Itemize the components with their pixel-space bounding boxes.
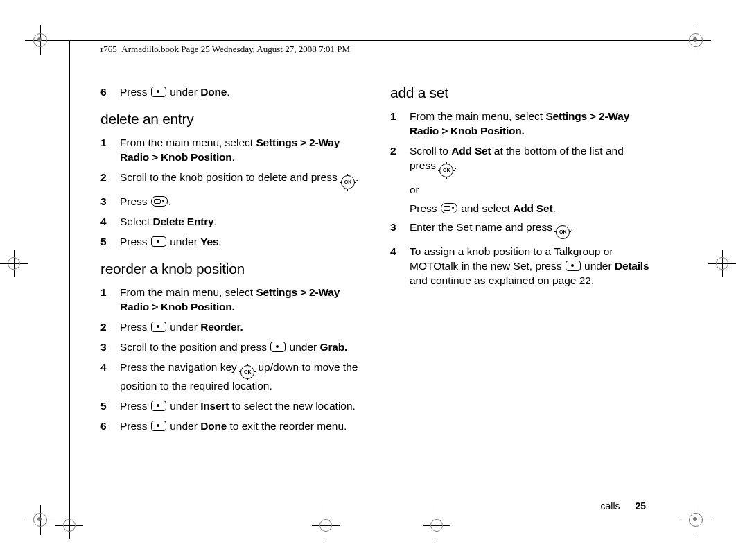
addset-step-3: 3 Enter the Set name and press . (390, 220, 649, 239)
softkey-icon (151, 236, 166, 247)
page-number: 25 (635, 500, 646, 511)
step-body: Press under Insert to select the new loc… (120, 399, 360, 414)
reorder-step-5: 5 Press under Insert to select the new l… (100, 399, 360, 414)
step-number: 2 (390, 144, 410, 177)
step-number: 3 (100, 340, 120, 355)
heading-add-set: add a set (390, 83, 649, 103)
reorder-step-6: 6 Press under Done to exit the reorder m… (100, 419, 360, 434)
text: Enter the Set name and press (410, 221, 555, 233)
step-number: 4 (100, 360, 120, 394)
step-number: 3 (100, 195, 120, 209)
crop-mark-right (708, 250, 736, 277)
reorder-step-4: 4 Press the navigation key up/down to mo… (100, 360, 360, 394)
text: Press the navigation key (120, 361, 240, 373)
step-body: From the main menu, select Settings > 2-… (410, 110, 649, 139)
page-content: 6 Press under Done. delete an entry 1 Fr… (100, 83, 649, 498)
step-number: 6 (100, 419, 120, 434)
text: to select the new location. (229, 400, 356, 412)
step-body: To assign a knob position to a Talkgroup… (410, 245, 649, 288)
crop-mark-bottom-left (25, 505, 55, 535)
text: under (167, 236, 200, 247)
softkey-icon (151, 87, 166, 97)
addset-step-2-or: or (410, 183, 649, 198)
ok-key-icon (240, 365, 254, 379)
text: . (570, 221, 573, 233)
text: From the main menu, select (410, 110, 545, 122)
addset-step-4: 4 To assign a knob position to a Talkgro… (390, 245, 649, 288)
text: under (167, 86, 200, 98)
bold-text: Delete Entry (152, 216, 213, 227)
page-footer: calls 25 (601, 500, 646, 513)
text: . (552, 202, 555, 214)
reorder-step-3: 3 Scroll to the position and press under… (100, 340, 360, 355)
softkey-icon (151, 421, 166, 431)
step-number: 1 (100, 286, 120, 315)
step-body: Press under Done. (120, 85, 360, 100)
text: Press (120, 195, 150, 207)
step-number: 2 (100, 170, 120, 189)
delete-step-5: 5 Press under Yes. (100, 235, 360, 250)
bold-text: Insert (200, 400, 229, 412)
delete-step-3: 3 Press . (100, 195, 360, 209)
step-body: Press . (120, 195, 360, 209)
step-body: Press under Yes. (120, 235, 360, 250)
bold-text: Add Set (451, 145, 491, 157)
text: Press (120, 420, 150, 432)
text: . (218, 236, 221, 247)
text: under (167, 321, 200, 333)
text: Press (410, 202, 440, 214)
step-number: 2 (100, 320, 120, 335)
text: Press (120, 236, 150, 247)
text: Press (120, 321, 150, 333)
text: . (232, 151, 235, 163)
ok-key-icon (439, 164, 453, 177)
step-body: Scroll to the position and press under G… (120, 340, 360, 355)
step-body: Press under Reorder. (120, 320, 360, 335)
text: Select (120, 216, 152, 227)
heading-delete-entry: delete an entry (100, 110, 360, 129)
bold-text: Details (615, 260, 649, 272)
addset-step-1: 1 From the main menu, select Settings > … (390, 110, 649, 139)
header-text: r765_Armadillo.book Page 25 Wednesday, A… (100, 43, 350, 55)
step-number: 1 (100, 136, 120, 165)
text: and select (458, 202, 513, 214)
bold-text: Done (200, 420, 227, 432)
softkey-icon (151, 401, 166, 411)
delete-step-4: 4 Select Delete Entry. (100, 215, 360, 229)
text: Scroll to (410, 145, 451, 157)
step-body: Enter the Set name and press . (410, 220, 649, 239)
text: . (227, 86, 229, 98)
step-body: Press the navigation key up/down to move… (120, 360, 360, 394)
bold-text: Reorder. (200, 321, 243, 333)
crop-mark-bottom-2 (312, 505, 340, 539)
step-body: Scroll to Add Set at the bottom of the l… (410, 144, 649, 177)
text: under (581, 260, 615, 272)
text: From the main menu, select (120, 286, 256, 298)
reorder-step-2: 2 Press under Reorder. (100, 320, 360, 335)
text: under (167, 420, 200, 432)
heading-reorder: reorder a knob position (100, 259, 360, 279)
text: and continue as explained on page 22. (410, 274, 594, 286)
softkey-icon (566, 261, 581, 271)
step-body: Scroll to the knob position to delete an… (120, 170, 360, 189)
step-body: Select Delete Entry. (120, 215, 360, 229)
step-number: 4 (100, 215, 120, 229)
step-body: Press under Done to exit the reorder men… (120, 419, 360, 434)
text: Scroll to the knob position to delete an… (120, 171, 340, 183)
menu-key-icon (441, 203, 457, 213)
text: . (168, 195, 171, 207)
header-rule (55, 40, 681, 41)
ok-key-icon (341, 175, 355, 189)
delete-step-2: 2 Scroll to the knob position to delete … (100, 170, 360, 189)
crop-mark-left (0, 250, 28, 277)
text: . (213, 216, 216, 227)
text: Scroll to the position and press (120, 341, 270, 353)
step-number: 5 (100, 235, 120, 250)
bold-text: Add Set (513, 202, 552, 214)
ok-key-icon (556, 225, 570, 239)
footer-section: calls (601, 500, 620, 511)
text: . (454, 159, 457, 171)
step-body: From the main menu, select Settings > 2-… (120, 136, 360, 165)
addset-step-2: 2 Scroll to Add Set at the bottom of the… (390, 144, 649, 177)
crop-mark-top-left (25, 25, 55, 55)
